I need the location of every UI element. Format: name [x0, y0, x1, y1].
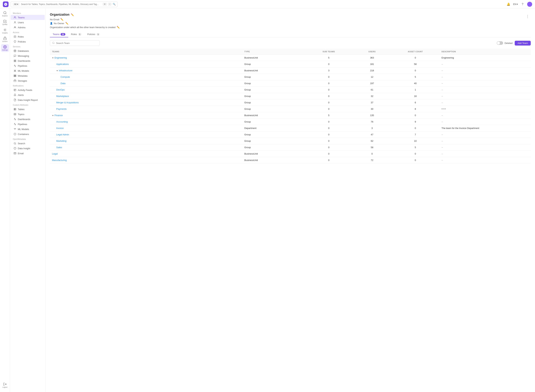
sidebar-item-ca-tables[interactable]: Tables — [11, 107, 45, 112]
page-owner-meta: 👤 No Owner ✏️ — [50, 22, 524, 25]
edit-title-icon[interactable]: ✏️ — [71, 13, 74, 16]
sidebar-item-activity-feeds[interactable]: Activity Feeds — [11, 88, 45, 93]
tab-teams[interactable]: Teams 26 — [50, 32, 68, 37]
sidebar-item-policies[interactable]: Policies — [11, 39, 45, 44]
nav-item-explore[interactable]: Explore — [1, 10, 9, 18]
sidebar-item-admins[interactable]: Admins — [11, 25, 45, 30]
sidebar-item-ml-models[interactable]: ML Models — [11, 68, 45, 73]
sidebar-item-data-insight-report[interactable]: Data Insight Report — [11, 98, 45, 103]
team-name-link[interactable]: Infrastructure — [59, 69, 72, 72]
sidebar-item-databases[interactable]: Databases — [11, 48, 45, 53]
svg-point-6 — [14, 22, 15, 22]
team-type: Group — [242, 144, 305, 151]
svg-rect-29 — [14, 80, 16, 82]
sidebar-item-dashboards[interactable]: Dashboards — [11, 58, 45, 63]
edit-email-icon[interactable]: ✏️ — [60, 18, 63, 21]
team-name-link[interactable]: DevOps — [56, 89, 65, 91]
tab-policies-badge: 1 — [96, 33, 100, 36]
add-team-button[interactable]: Add Team — [515, 41, 531, 46]
team-name-link[interactable]: Sales — [56, 146, 62, 149]
team-name-link[interactable]: Engineering — [54, 56, 67, 59]
nav-item-govern[interactable]: Govern — [1, 36, 9, 43]
team-name-link[interactable]: Merger & Acquisitions — [56, 101, 79, 104]
user-avatar[interactable] — [527, 2, 532, 7]
sidebar-item-teams[interactable]: Teams — [11, 15, 45, 20]
expand-chevron[interactable]: ▼ — [56, 70, 58, 72]
team-asset-count: 0 — [391, 125, 439, 131]
sidebar-item-ca-dashboards[interactable]: Dashboards — [11, 117, 45, 122]
report-icon — [14, 98, 16, 101]
sidebar-item-pipelines[interactable]: Pipelines — [11, 63, 45, 68]
tab-roles[interactable]: Roles 1 — [68, 32, 84, 37]
nav-item-logout[interactable]: Logout — [1, 381, 9, 389]
sidebar-item-activity-feeds-label: Activity Feeds — [18, 89, 32, 91]
main-layout: Explore Quality Insights Govern Settings… — [0, 9, 535, 392]
team-description: •••• — [439, 106, 531, 112]
language-selector[interactable]: EN ▾ — [513, 3, 518, 5]
nav-item-quality[interactable]: Quality — [1, 19, 9, 26]
team-name-link[interactable]: Compute — [61, 76, 70, 78]
team-asset-count: 0 — [391, 55, 439, 61]
tabs: Teams 26 Roles 1 Policies 1 — [50, 32, 531, 37]
deleted-toggle-switch[interactable] — [497, 41, 503, 45]
svg-rect-28 — [14, 76, 16, 77]
expand-chevron[interactable]: ▼ — [52, 115, 54, 117]
notification-icon[interactable]: 🔔 — [506, 2, 511, 7]
sidebar-item-om-data-insight[interactable]: Data Insight — [11, 146, 45, 151]
team-name-link[interactable]: Legal Admin — [56, 133, 69, 136]
sidebar-item-storages[interactable]: Storages — [11, 78, 45, 83]
more-menu-button[interactable]: ⋮ — [524, 14, 531, 19]
edit-desc-icon[interactable]: ✏️ — [117, 26, 120, 29]
svg-rect-33 — [14, 108, 16, 110]
team-type: Group — [242, 87, 305, 93]
team-users: 363 — [353, 55, 391, 61]
team-name-link[interactable]: Applications — [56, 63, 69, 65]
sidebar-item-alerts[interactable]: Alerts — [11, 93, 45, 98]
expand-chevron[interactable]: ▼ — [52, 57, 54, 59]
team-name-link[interactable]: Data — [61, 82, 65, 85]
sidebar-item-messaging[interactable]: Messaging — [11, 53, 45, 58]
app-logo[interactable] — [3, 1, 9, 7]
tab-policies[interactable]: Policies 1 — [84, 32, 103, 37]
search-team-input[interactable] — [56, 42, 97, 44]
sidebar-item-roles[interactable]: Roles — [11, 34, 45, 39]
team-description: -- — [439, 151, 531, 157]
team-description: Engineering — [439, 55, 531, 61]
sidebar-item-ca-containers[interactable]: Containers — [11, 132, 45, 137]
team-name-link[interactable]: Legal — [52, 152, 58, 155]
team-asset-count: 5 — [391, 74, 439, 80]
team-description: -- — [439, 61, 531, 67]
sidebar-item-metadata[interactable]: Metadata — [11, 73, 45, 78]
database-icon — [14, 49, 16, 52]
sidebar-item-om-search[interactable]: Search — [11, 141, 45, 146]
team-name-link[interactable]: Marketplace — [56, 95, 69, 98]
team-name-link[interactable]: Accounting — [56, 120, 68, 123]
svg-point-21 — [15, 71, 16, 71]
th-teams: TEAMS — [50, 49, 242, 55]
edit-owner-icon[interactable]: ✏️ — [65, 22, 68, 25]
team-name-link[interactable]: Invoice — [56, 127, 64, 130]
help-icon[interactable]: ? — [520, 2, 525, 7]
deleted-label: Deleted — [505, 42, 513, 44]
page-email-meta: No Email ✏️ — [50, 18, 524, 21]
sidebar-item-ca-topics[interactable]: Topics — [11, 112, 45, 117]
search-filter-button[interactable]: All ▾ — [13, 3, 19, 6]
team-name-link[interactable]: Marketing — [56, 140, 67, 142]
search-team-icon — [52, 42, 55, 45]
team-asset-count: 1 — [391, 87, 439, 93]
team-users: 181 — [353, 61, 391, 67]
team-name-link[interactable]: Manufacturing — [52, 159, 67, 162]
sidebar-item-users[interactable]: Users — [11, 20, 45, 25]
team-name-link[interactable]: Payments — [56, 107, 67, 110]
sidebar-item-ca-pipelines[interactable]: Pipelines — [11, 122, 45, 127]
sidebar-item-om-email[interactable]: Email — [11, 151, 45, 156]
sidebar-item-roles-label: Roles — [18, 35, 24, 38]
ml-icon — [14, 69, 16, 72]
nav-item-insights[interactable]: Insights — [1, 27, 9, 35]
global-search-input[interactable] — [21, 3, 101, 5]
deleted-toggle: Deleted — [497, 41, 513, 45]
sidebar-item-ca-ml-models[interactable]: ML Models — [11, 127, 45, 132]
team-name-link[interactable]: Finance — [54, 114, 63, 117]
nav-item-settings[interactable]: Settings — [1, 44, 9, 52]
team-asset-count: 10 — [391, 138, 439, 144]
